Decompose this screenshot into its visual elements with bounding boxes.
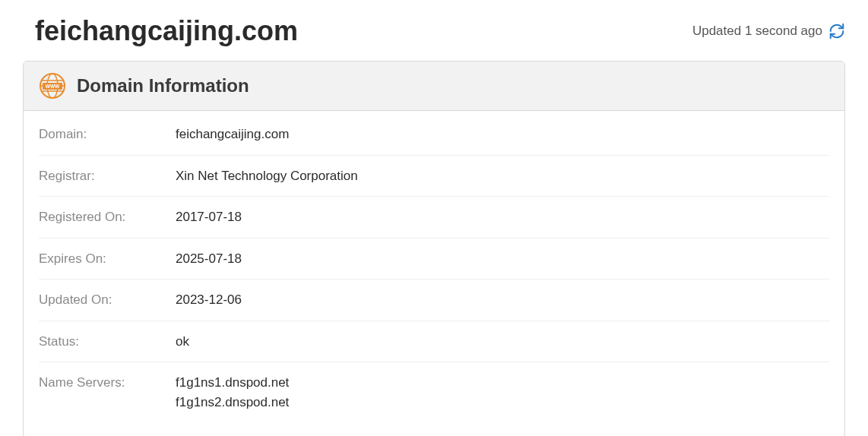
info-row-registered-on: Registered On: 2017-07-18: [39, 197, 829, 239]
row-value: 2017-07-18: [176, 207, 242, 227]
row-value: f1g1ns1.dnspod.net f1g1ns2.dnspod.net: [176, 373, 289, 412]
info-row-expires-on: Expires On: 2025-07-18: [39, 239, 829, 280]
card-title: Domain Information: [77, 75, 249, 96]
row-label: Name Servers:: [39, 373, 176, 412]
row-label: Domain:: [39, 125, 176, 144]
card-header: WWW Domain Information: [24, 62, 844, 111]
row-label: Expires On:: [39, 249, 176, 269]
svg-text:WWW: WWW: [46, 84, 60, 89]
refresh-icon[interactable]: [828, 23, 845, 39]
row-label: Updated On:: [39, 290, 176, 310]
info-row-domain: Domain: feichangcaijing.com: [39, 114, 829, 156]
updated-status: Updated 1 second ago: [692, 23, 845, 39]
info-row-name-servers: Name Servers: f1g1ns1.dnspod.net f1g1ns2…: [39, 362, 829, 422]
row-value: 2025-07-18: [176, 249, 242, 269]
row-label: Registered On:: [39, 207, 176, 227]
row-label: Status:: [39, 332, 176, 352]
info-row-registrar: Registrar: Xin Net Technology Corporatio…: [39, 156, 829, 197]
info-row-updated-on: Updated On: 2023-12-06: [39, 280, 829, 321]
page-header: feichangcaijing.com Updated 1 second ago: [23, 15, 845, 47]
row-value: ok: [176, 332, 189, 352]
info-row-status: Status: ok: [39, 321, 829, 363]
row-value: feichangcaijing.com: [176, 125, 289, 144]
www-icon: WWW: [39, 72, 66, 100]
row-label: Registrar:: [39, 166, 176, 186]
domain-info-card: WWW Domain Information Domain: feichangc…: [23, 61, 845, 436]
updated-text: Updated 1 second ago: [692, 24, 822, 39]
row-value: Xin Net Technology Corporation: [176, 166, 358, 186]
row-value: 2023-12-06: [176, 290, 242, 310]
card-body: Domain: feichangcaijing.com Registrar: X…: [24, 111, 844, 436]
domain-title: feichangcaijing.com: [23, 15, 298, 47]
